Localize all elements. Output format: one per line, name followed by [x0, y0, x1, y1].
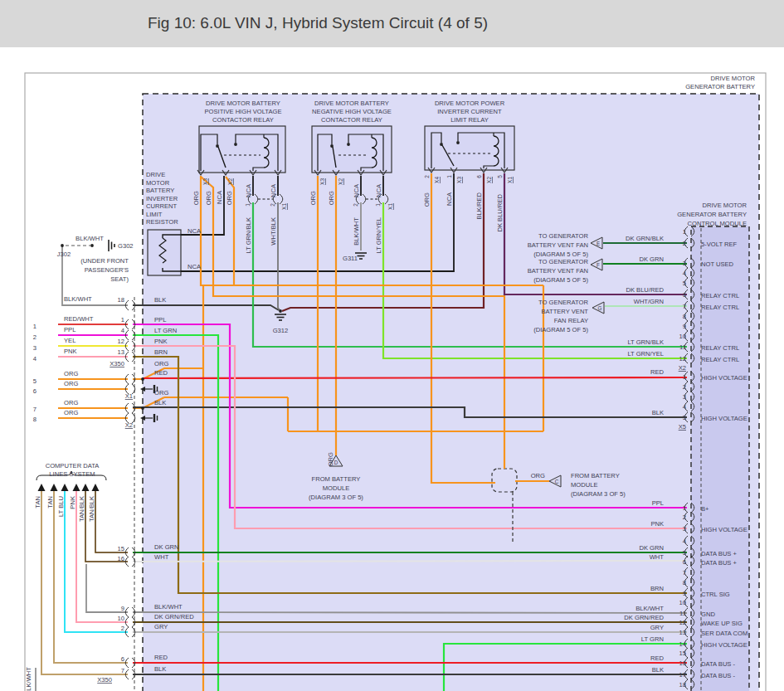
- diagram-label: 2: [683, 513, 686, 521]
- diagram-label: X1: [281, 203, 287, 210]
- diagram-label: 5: [497, 175, 503, 178]
- diagram-label: GENERATOR BATTERY: [685, 83, 755, 90]
- diagram-label: PNK: [64, 348, 77, 355]
- diagram-label: SER DATA COM: [701, 630, 747, 637]
- diagram-label: BATTERY VENT FAN: [528, 241, 588, 249]
- diagram-label: COMPUTER DATA: [46, 462, 100, 470]
- diagram-label: WHT/BLK: [270, 217, 277, 246]
- diagram-label: DK GRN: [639, 255, 664, 263]
- diagram-label: (DIAGRAM 5 OF 5): [533, 276, 588, 284]
- diagram-label: BLK/WHT: [64, 295, 92, 303]
- diagram-label: BLK: [652, 409, 664, 416]
- diagram-label: GRY: [154, 623, 168, 630]
- diagram-label: RESISTOR: [146, 218, 178, 226]
- diagram-label: 2: [683, 383, 686, 391]
- diagram-label: GENERATOR BATTERY: [677, 211, 747, 218]
- diagram-label: ORG: [192, 191, 200, 205]
- junction-dot: [61, 244, 64, 247]
- diagram-label: BRN: [650, 585, 664, 592]
- diagram-label: LT GRN/YEL: [375, 217, 382, 254]
- diagram-label: RELAY CTRL: [701, 344, 739, 352]
- diagram-label: 1: [683, 373, 686, 381]
- diagram-label: X2: [679, 364, 686, 372]
- diagram-label: 5: [683, 414, 686, 421]
- diagram-label: X3: [456, 177, 462, 183]
- diagram-label: TO GENERATOR: [538, 258, 588, 265]
- diagram-label: ORG: [531, 472, 545, 479]
- diagram-label: 10: [118, 615, 124, 622]
- diagram-label: DATA BUS +: [701, 559, 738, 567]
- diagram-label: 1: [375, 203, 381, 207]
- diagram-label: BLK/RED: [475, 192, 483, 219]
- diagram-label: BLK: [652, 666, 664, 674]
- diagram-label: 2: [683, 240, 686, 247]
- diagram-label: INVERTER: [146, 195, 178, 202]
- diagram-label: WAKE UP SIG: [701, 620, 743, 627]
- diagram-label: 11: [679, 610, 686, 617]
- wht-databus: [133, 561, 687, 562]
- diagram-label: X1: [507, 177, 513, 183]
- diagram-label: LT GRN/YEL: [627, 350, 664, 358]
- diagram-label: 7: [121, 667, 124, 674]
- relay-negative-contactor-box: [312, 126, 392, 173]
- diagram-label: DK GRN/RED: [154, 613, 194, 620]
- diagram-label: TAN: [46, 496, 54, 509]
- diagram-label: LIMIT RELAY: [450, 116, 489, 124]
- diagram-label: WHT: [154, 553, 169, 561]
- diagram-label: BLK/WHT: [353, 217, 360, 246]
- diagram-label: BLK/WHT: [25, 667, 32, 691]
- junction-dot: [330, 144, 334, 148]
- diagram-label: BATTERY: [146, 187, 174, 194]
- diagram-label: (DIAGRAM 3 OF 5): [309, 494, 363, 501]
- diagram-label: DATA BUS -: [701, 672, 736, 679]
- diagram-label: J302: [57, 251, 71, 258]
- diagram-label: BLK/WHT: [75, 235, 104, 242]
- diagram-label: YEL: [64, 337, 75, 344]
- diagram-label: NCA: [270, 183, 277, 197]
- diagram-label: ORG: [154, 360, 168, 367]
- diagram-label: LT GRN/BLK: [245, 217, 252, 254]
- diagram-label: LINES SYSTEM: [49, 470, 95, 478]
- diagram-label: 3: [683, 525, 686, 533]
- diagram-label: 1: [33, 323, 37, 330]
- diagram-label: 9: [121, 605, 124, 612]
- ref-c-triangle-letter: C: [555, 479, 559, 484]
- diagram-label: ORG: [64, 380, 78, 387]
- diagram-label: 13: [679, 629, 686, 636]
- diagram-label: 8: [683, 313, 686, 320]
- diagram-label: 8: [683, 579, 686, 586]
- diagram-label: RED: [650, 655, 665, 662]
- diagram-label: ORG: [309, 191, 317, 205]
- diagram-label: NCA: [187, 263, 202, 270]
- diagram-label: BRN: [154, 348, 168, 356]
- junction-dot: [456, 141, 460, 144]
- diagram-label: PPL: [154, 316, 166, 324]
- diagram-label: 3: [683, 260, 686, 267]
- diagram-label: X5: [679, 423, 686, 431]
- diagram-label: BLK: [154, 399, 166, 406]
- junction-dot: [279, 309, 282, 313]
- diagram-label: DRIVE MOTOR BATTERY: [206, 100, 280, 107]
- diagram-label: GND: [701, 611, 715, 618]
- diagram-label: 6: [683, 291, 686, 299]
- diagram-label: PNK: [69, 496, 76, 509]
- diagram-label: X2: [486, 177, 492, 183]
- diagram-label: TAN/BLK: [88, 496, 95, 522]
- diagram-label: ORG: [327, 452, 334, 466]
- diagram-label: B+: [701, 505, 709, 513]
- diagram-label: BATTERY VENT: [541, 308, 588, 315]
- diagram-label: 11: [679, 343, 686, 351]
- junction-dot: [141, 377, 144, 381]
- diagram-label: 9: [683, 323, 686, 330]
- diagram-label: WHT: [650, 553, 665, 561]
- diagram-label: 15: [679, 650, 686, 657]
- diagram-label: X2: [338, 178, 343, 185]
- diagram-label: 18: [118, 296, 124, 304]
- diagram-label: 2: [353, 203, 358, 207]
- diagram-label: 13: [118, 348, 124, 356]
- diagram-label: (DIAGRAM 5 OF 5): [533, 251, 588, 258]
- ref-g-triangle-letter: G: [598, 305, 602, 311]
- diagram-label: LT GRN/BLK: [627, 338, 664, 346]
- diagram-label: 7: [683, 569, 686, 577]
- diagram-label: BLK: [154, 296, 166, 304]
